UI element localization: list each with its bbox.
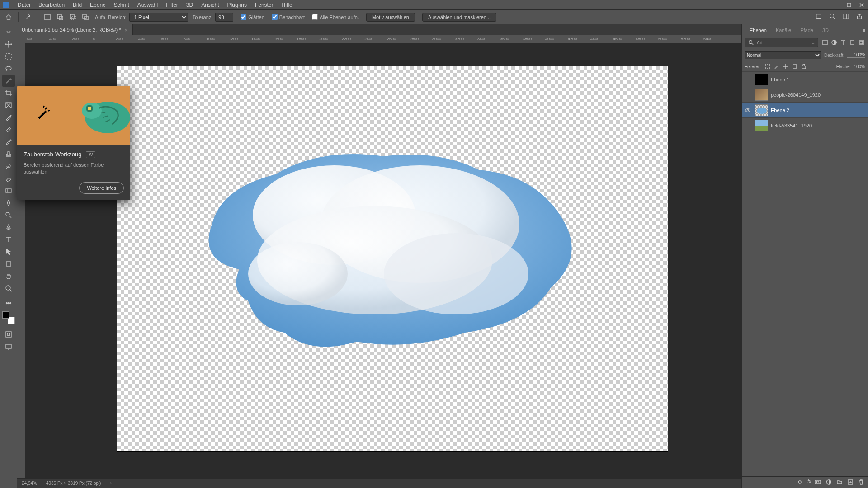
- lock-pixels-icon[interactable]: [774, 63, 780, 70]
- fill-value[interactable]: 100%: [854, 64, 865, 69]
- filter-shape-icon[interactable]: [848, 38, 856, 47]
- menu-filter[interactable]: Filter: [162, 0, 182, 10]
- lock-transparency-icon[interactable]: [764, 63, 771, 70]
- workspace-icon[interactable]: [843, 13, 851, 21]
- artboard[interactable]: [117, 66, 668, 452]
- select-subject-button[interactable]: Motiv auswählen: [366, 13, 415, 22]
- visibility-toggle[interactable]: [744, 107, 752, 113]
- tooltip-more-button[interactable]: Weitere Infos: [79, 182, 124, 194]
- layer-search[interactable]: Art ⌄: [745, 38, 818, 47]
- zoom-display[interactable]: 24,94%: [22, 481, 37, 486]
- contiguous-checkbox[interactable]: [272, 14, 278, 20]
- magic-wand-tool[interactable]: [2, 75, 15, 87]
- tab-ebenen[interactable]: Ebenen: [745, 26, 771, 35]
- foreground-color[interactable]: [2, 311, 9, 319]
- edit-toolbar-icon[interactable]: [2, 297, 15, 309]
- layer-name[interactable]: Ebene 1: [771, 77, 789, 82]
- color-picker[interactable]: [2, 311, 15, 324]
- menu-plugins[interactable]: Plug-ins: [223, 0, 251, 10]
- brush-tool[interactable]: [2, 136, 15, 148]
- current-tool-icon[interactable]: [23, 12, 33, 22]
- cloud-docs-icon[interactable]: [816, 13, 824, 21]
- menu-3d[interactable]: 3D: [182, 0, 197, 10]
- menu-schrift[interactable]: Schrift: [110, 0, 133, 10]
- menu-bearbeiten[interactable]: Bearbeiten: [34, 0, 69, 10]
- collapse-icon[interactable]: [2, 26, 15, 38]
- document-tab[interactable]: Unbenannt-1 bei 24,9% (Ebene 2, RGB/8#) …: [17, 24, 133, 35]
- layer-name[interactable]: people-2604149_1920: [771, 92, 821, 98]
- menu-ansicht[interactable]: Ansicht: [197, 0, 223, 10]
- canvas[interactable]: [25, 43, 741, 478]
- delete-layer-icon[interactable]: [858, 479, 865, 486]
- menu-fenster[interactable]: Fenster: [251, 0, 278, 10]
- layer-row[interactable]: Ebene 2: [742, 103, 868, 118]
- pen-tool[interactable]: [2, 221, 15, 233]
- home-button[interactable]: [4, 12, 14, 22]
- healing-tool[interactable]: [2, 124, 15, 136]
- menu-bild[interactable]: Bild: [69, 0, 86, 10]
- lock-artboard-icon[interactable]: [792, 63, 798, 70]
- filter-type-icon[interactable]: [839, 38, 847, 47]
- menu-hilfe[interactable]: Hilfe: [278, 0, 297, 10]
- minimize-button[interactable]: [830, 0, 843, 10]
- filter-adjustment-icon[interactable]: [830, 38, 838, 47]
- selection-subtract-icon[interactable]: [68, 12, 78, 22]
- filter-smart-icon[interactable]: [857, 38, 865, 47]
- layer-row[interactable]: Ebene 1: [742, 72, 868, 87]
- history-brush-tool[interactable]: [2, 160, 15, 172]
- selection-intersect-icon[interactable]: [80, 12, 90, 22]
- adjustment-layer-icon[interactable]: [826, 479, 833, 486]
- tab-kanaele[interactable]: Kanäle: [772, 26, 795, 35]
- menu-ebene[interactable]: Ebene: [86, 0, 110, 10]
- maximize-button[interactable]: [843, 0, 855, 10]
- frame-tool[interactable]: [2, 99, 15, 111]
- share-icon[interactable]: [856, 13, 864, 21]
- lock-position-icon[interactable]: [783, 63, 789, 70]
- blur-tool[interactable]: [2, 197, 15, 209]
- ruler-horizontal[interactable]: -600-400-2000200400600800100012001400160…: [25, 35, 741, 43]
- gradient-tool[interactable]: [2, 185, 15, 197]
- close-tab-icon[interactable]: ×: [125, 27, 128, 33]
- close-button[interactable]: [855, 0, 868, 10]
- layer-row[interactable]: people-2604149_1920: [742, 87, 868, 103]
- sample-size-select[interactable]: 1 Pixel: [129, 13, 188, 22]
- dodge-tool[interactable]: [2, 209, 15, 221]
- menu-auswahl[interactable]: Auswahl: [133, 0, 162, 10]
- layer-name[interactable]: Ebene 2: [771, 108, 789, 113]
- select-and-mask-button[interactable]: Auswählen und maskieren...: [422, 13, 496, 22]
- shape-tool[interactable]: [2, 258, 15, 270]
- lock-all-icon[interactable]: [801, 63, 807, 70]
- zoom-tool[interactable]: [2, 282, 15, 294]
- path-selection-tool[interactable]: [2, 246, 15, 258]
- link-layers-icon[interactable]: [797, 479, 804, 486]
- layer-name[interactable]: field-533541_1920: [771, 123, 812, 128]
- tab-pfade[interactable]: Pfade: [796, 26, 817, 35]
- selection-add-icon[interactable]: [55, 12, 65, 22]
- move-tool[interactable]: [2, 38, 15, 50]
- type-tool[interactable]: [2, 234, 15, 245]
- marquee-tool[interactable]: [2, 51, 15, 62]
- filter-pixel-icon[interactable]: [821, 38, 829, 47]
- search-icon[interactable]: [829, 13, 837, 21]
- lasso-tool[interactable]: [2, 63, 15, 75]
- screenmode-tool[interactable]: [2, 341, 15, 352]
- all-layers-checkbox[interactable]: [312, 14, 318, 20]
- layer-mask-icon[interactable]: [815, 479, 822, 486]
- crop-tool[interactable]: [2, 87, 15, 99]
- layer-fx-icon[interactable]: fx: [807, 479, 811, 486]
- eyedropper-tool[interactable]: [2, 112, 15, 123]
- status-arrow-icon[interactable]: ›: [110, 481, 111, 486]
- antialias-checkbox[interactable]: [241, 14, 246, 20]
- menu-datei[interactable]: Datei: [14, 0, 34, 10]
- new-layer-icon[interactable]: [847, 479, 854, 486]
- layer-row[interactable]: field-533541_1920: [742, 118, 868, 133]
- selection-new-icon[interactable]: [42, 12, 52, 22]
- tolerance-input[interactable]: [215, 13, 233, 22]
- blend-mode-select[interactable]: Normal: [745, 51, 821, 59]
- quickmask-tool[interactable]: [2, 328, 15, 340]
- hand-tool[interactable]: [2, 270, 15, 282]
- eraser-tool[interactable]: [2, 173, 15, 184]
- opacity-value[interactable]: 100%: [847, 52, 865, 58]
- stamp-tool[interactable]: [2, 148, 15, 160]
- panel-menu-icon[interactable]: ≡: [860, 28, 868, 33]
